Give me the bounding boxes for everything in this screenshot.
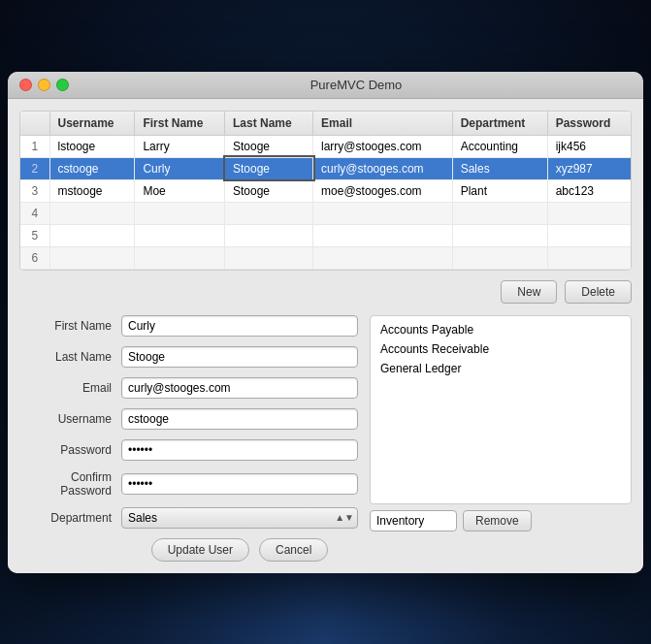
row-number: 5 xyxy=(20,224,49,246)
inventory-input[interactable] xyxy=(370,510,457,531)
cell-email xyxy=(313,202,453,224)
table-row[interactable]: 5 xyxy=(20,224,631,246)
update-user-button[interactable]: Update User xyxy=(151,538,249,562)
lastname-label: Last Name xyxy=(19,350,121,364)
firstname-input[interactable] xyxy=(121,315,358,337)
col-header-email: Email xyxy=(313,112,453,136)
cell-lastname xyxy=(225,202,313,224)
user-form: First Name Last Name Email Username Pass xyxy=(19,315,358,562)
password-input[interactable] xyxy=(121,439,358,461)
cell-email xyxy=(313,224,453,246)
cell-lastname xyxy=(225,224,313,246)
cell-password: ijk456 xyxy=(547,135,631,157)
department-list-item[interactable]: Accounts Receivable xyxy=(371,339,631,359)
department-label: Department xyxy=(19,511,121,525)
password-label: Password xyxy=(19,443,121,457)
row-number: 1 xyxy=(20,135,49,157)
col-header-department: Department xyxy=(452,112,547,136)
col-header-num xyxy=(20,112,49,136)
row-number: 2 xyxy=(20,157,49,179)
form-action-buttons: Update User Cancel xyxy=(19,538,358,562)
traffic-lights xyxy=(19,79,69,91)
confirm-password-input[interactable] xyxy=(121,473,358,495)
cell-firstname xyxy=(135,246,225,269)
maximize-button[interactable] xyxy=(56,79,69,91)
col-header-firstname: First Name xyxy=(135,112,225,136)
table-row[interactable]: 2 cstooge Curly Stooge curly@stooges.com… xyxy=(20,157,631,179)
table-action-buttons: New Delete xyxy=(19,280,632,304)
col-header-password: Password xyxy=(547,112,631,136)
user-table: Username First Name Last Name Email Depa… xyxy=(20,112,631,270)
row-number: 3 xyxy=(20,179,49,202)
cell-email: moe@stooges.com xyxy=(313,179,453,202)
window-title: PureMVC Demo xyxy=(81,78,632,92)
username-label: Username xyxy=(19,412,121,426)
main-window: PureMVC Demo Username First Name Last Na… xyxy=(8,72,643,573)
table-row[interactable]: 6 xyxy=(20,246,631,269)
cell-username: mstooge xyxy=(49,179,135,202)
department-list[interactable]: Accounts PayableAccounts ReceivableGener… xyxy=(370,315,632,504)
table-row[interactable]: 3 mstooge Moe Stooge moe@stooges.com Pla… xyxy=(20,179,631,202)
cell-department: Plant xyxy=(452,179,547,202)
cell-firstname: Larry xyxy=(135,135,225,157)
cell-username: lstooge xyxy=(49,135,135,157)
minimize-button[interactable] xyxy=(38,79,50,91)
cell-lastname: Stooge xyxy=(225,157,313,179)
cell-username xyxy=(49,202,135,224)
cell-username xyxy=(49,246,135,269)
title-bar: PureMVC Demo xyxy=(8,72,643,99)
close-button[interactable] xyxy=(19,79,32,91)
cell-firstname xyxy=(135,202,225,224)
confirm-password-label: Confirm Password xyxy=(19,470,121,498)
department-panel: Accounts PayableAccounts ReceivableGener… xyxy=(370,315,632,531)
window-content: Username First Name Last Name Email Depa… xyxy=(8,99,643,573)
department-row: Department Sales Accounting Plant ▲▼ xyxy=(19,507,358,529)
lastname-row: Last Name xyxy=(19,346,358,368)
user-table-container: Username First Name Last Name Email Depa… xyxy=(19,111,632,271)
username-input[interactable] xyxy=(121,408,358,430)
cell-email: curly@stooges.com xyxy=(313,157,453,179)
department-list-item[interactable]: Accounts Payable xyxy=(371,320,631,339)
cell-username xyxy=(49,224,135,246)
row-number: 6 xyxy=(20,246,49,269)
cell-password xyxy=(547,202,631,224)
cell-password: xyz987 xyxy=(547,157,631,179)
cell-department xyxy=(452,246,547,269)
firstname-row: First Name xyxy=(19,315,358,337)
cell-password xyxy=(547,224,631,246)
new-button[interactable]: New xyxy=(501,280,557,304)
cancel-button[interactable]: Cancel xyxy=(259,538,328,562)
department-select-wrapper: Sales Accounting Plant ▲▼ xyxy=(121,507,358,529)
password-row: Password xyxy=(19,439,358,461)
cell-lastname: Stooge xyxy=(225,179,313,202)
col-header-username: Username xyxy=(49,112,135,136)
cell-password: abc123 xyxy=(547,179,631,202)
cell-password xyxy=(547,246,631,269)
delete-button[interactable]: Delete xyxy=(565,280,632,304)
table-row[interactable]: 4 xyxy=(20,202,631,224)
cell-email: larry@stooges.com xyxy=(313,135,453,157)
email-label: Email xyxy=(19,381,121,395)
email-input[interactable] xyxy=(121,377,358,399)
lastname-input[interactable] xyxy=(121,346,358,368)
cell-department: Sales xyxy=(452,157,547,179)
cell-department: Accounting xyxy=(452,135,547,157)
form-panel: First Name Last Name Email Username Pass xyxy=(19,315,632,562)
cell-firstname xyxy=(135,224,225,246)
confirm-password-row: Confirm Password xyxy=(19,470,358,498)
cell-firstname: Curly xyxy=(135,157,225,179)
username-row: Username xyxy=(19,408,358,430)
remove-button[interactable]: Remove xyxy=(463,510,532,531)
cell-firstname: Moe xyxy=(135,179,225,202)
table-row[interactable]: 1 lstooge Larry Stooge larry@stooges.com… xyxy=(20,135,631,157)
cell-lastname: Stooge xyxy=(225,135,313,157)
row-number: 4 xyxy=(20,202,49,224)
email-row: Email xyxy=(19,377,358,399)
cell-department xyxy=(452,202,547,224)
cell-username: cstooge xyxy=(49,157,135,179)
department-list-item[interactable]: General Ledger xyxy=(371,359,631,378)
department-select[interactable]: Sales Accounting Plant xyxy=(121,507,358,529)
cell-email xyxy=(313,246,453,269)
firstname-label: First Name xyxy=(19,319,121,333)
cell-department xyxy=(452,224,547,246)
